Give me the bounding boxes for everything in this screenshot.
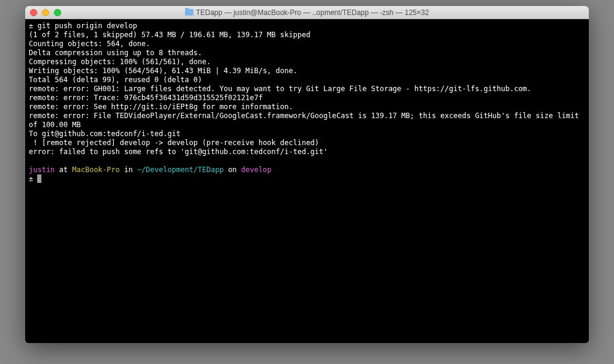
output-line: Counting objects: 564, done.	[29, 40, 150, 48]
close-button[interactable]	[30, 9, 37, 16]
output-line: To git@github.com:tedconf/i-ted.git	[29, 130, 180, 138]
output-line: Compressing objects: 100% (561/561), don…	[29, 58, 210, 66]
output-line: (1 of 2 files, 1 skipped) 57.43 MB / 196…	[29, 31, 311, 39]
output-line: ± git push origin develop	[29, 22, 137, 30]
window-title: TEDapp — justin@MacBook-Pro — ..opment/T…	[185, 8, 429, 17]
output-line: remote: error: File TEDVideoPlayer/Exter…	[29, 112, 583, 129]
output-line: Total 564 (delta 99), reused 0 (delta 0)	[29, 76, 202, 84]
prompt-sep: on	[224, 166, 241, 174]
folder-icon	[185, 9, 194, 16]
prompt-symbol: ±	[29, 175, 37, 183]
output-line: Writing objects: 100% (564/564), 61.43 M…	[29, 67, 297, 75]
prompt-host: MacBook-Pro	[72, 166, 119, 174]
output-line: remote: error: Trace: 976cb45f36431d59d3…	[29, 94, 263, 102]
cursor	[37, 175, 41, 183]
output-line: remote: error: GH001: Large files detect…	[29, 85, 531, 93]
output-line: Delta compression using up to 8 threads.	[29, 49, 202, 57]
title-label: TEDapp — justin@MacBook-Pro — ..opment/T…	[196, 8, 429, 17]
terminal-window: TEDapp — justin@MacBook-Pro — ..opment/T…	[25, 6, 589, 343]
maximize-button[interactable]	[54, 9, 61, 16]
terminal-body[interactable]: ± git push origin develop (1 of 2 files,…	[25, 19, 589, 343]
output-line: remote: error: See http://git.io/iEPt8g …	[29, 103, 293, 111]
output-line: error: failed to push some refs to 'git@…	[29, 148, 328, 156]
prompt-user: justin	[29, 166, 55, 174]
minimize-button[interactable]	[42, 9, 49, 16]
prompt-branch: develop	[241, 166, 272, 174]
titlebar: TEDapp — justin@MacBook-Pro — ..opment/T…	[25, 6, 589, 19]
output-line: ! [remote rejected] develop -> develop (…	[29, 139, 319, 147]
prompt-sep: at	[55, 166, 72, 174]
prompt-path: ~/Development/TEDapp	[137, 166, 224, 174]
prompt-sep: in	[120, 166, 137, 174]
traffic-lights	[30, 9, 61, 16]
